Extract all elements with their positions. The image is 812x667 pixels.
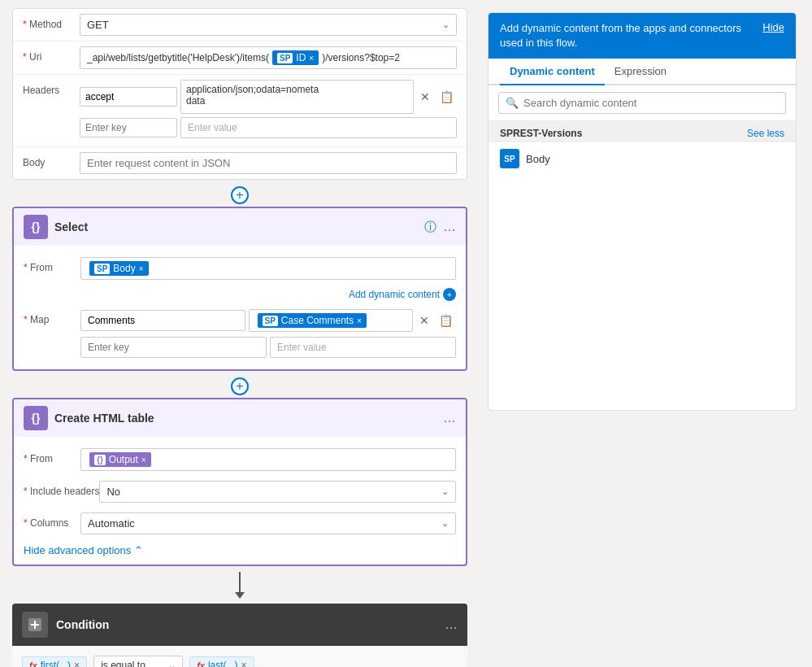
- condition-menu-button[interactable]: …: [445, 617, 458, 632]
- tab-dynamic-content[interactable]: Dynamic content: [500, 59, 605, 85]
- header-value-placeholder[interactable]: Enter value: [180, 117, 457, 138]
- header-placeholder-row: Enter value: [80, 117, 457, 138]
- connector-2: +: [12, 375, 467, 398]
- create-html-body: * From {} Output × * In: [14, 437, 466, 565]
- add-dynamic-icon: +: [443, 288, 456, 301]
- select-card: {} Select ⓘ … * From SP Body ×: [12, 207, 467, 371]
- create-html-from-label: * From: [24, 448, 80, 464]
- fx-chip-first[interactable]: fx first(...) ×: [22, 656, 87, 667]
- header-value-box[interactable]: application/json;odata=nometadata: [180, 80, 414, 114]
- body-row: Body: [13, 147, 467, 179]
- panel-section-header: SPREST-Versions See less: [489, 121, 796, 142]
- fx-icon-last: fx: [197, 660, 205, 667]
- search-box: 🔍: [498, 92, 786, 114]
- condition-gate-svg: [27, 617, 43, 633]
- panel-header: Add dynamic content from the apps and co…: [489, 13, 796, 59]
- uri-label: * Uri: [23, 46, 80, 63]
- hide-advanced-link[interactable]: Hide advanced options ⌃: [24, 539, 456, 558]
- condition-icon: [22, 612, 48, 638]
- arrow-head: [235, 592, 245, 599]
- uri-row: * Uri _api/web/lists/getbytitle('HelpDes…: [13, 41, 467, 75]
- select-card-body: * From SP Body × Add dynamic content +: [14, 246, 466, 369]
- map-value-chip-icon: SP: [263, 316, 278, 326]
- create-html-output-chip[interactable]: {} Output ×: [89, 452, 151, 467]
- body-label: Body: [23, 152, 80, 168]
- fx-chip-last-close-icon[interactable]: ×: [241, 660, 247, 667]
- fx-chip-last[interactable]: fx last(...) ×: [189, 656, 254, 667]
- uri-input[interactable]: _api/web/lists/getbytitle('HelpDesk')/it…: [80, 46, 457, 69]
- tab-expression[interactable]: Expression: [605, 59, 676, 85]
- map-value-placeholder-box[interactable]: Enter value: [270, 337, 456, 358]
- method-row: * Method GET ⌄: [13, 9, 467, 41]
- select-body-chip[interactable]: SP Body ×: [89, 261, 149, 276]
- search-icon: 🔍: [506, 97, 519, 109]
- create-html-include-headers-label: * Include headers: [24, 481, 99, 497]
- include-headers-select[interactable]: No ⌄: [99, 481, 456, 503]
- see-less-button[interactable]: See less: [747, 128, 784, 139]
- panel-header-text: Add dynamic content from the apps and co…: [500, 21, 756, 50]
- method-chevron-icon: ⌄: [442, 20, 449, 30]
- map-delete-icon[interactable]: ✕: [416, 312, 432, 329]
- header-copy-icon[interactable]: 📋: [436, 89, 457, 105]
- add-step-2-button[interactable]: +: [231, 377, 249, 395]
- panel-search-area: 🔍: [489, 85, 796, 121]
- create-html-headers-row: * Include headers No ⌄: [24, 476, 456, 508]
- required-star: *: [23, 19, 29, 30]
- header-delete-icon[interactable]: ✕: [417, 89, 433, 105]
- uri-chip-close-icon[interactable]: ×: [309, 54, 314, 63]
- select-body-chip-close-icon[interactable]: ×: [139, 264, 144, 273]
- connector-1: +: [12, 184, 467, 207]
- select-from-input[interactable]: SP Body ×: [80, 257, 456, 280]
- fx-chip-first-close-icon[interactable]: ×: [74, 660, 80, 667]
- headers-label: Headers: [23, 80, 80, 96]
- panel-hide-button[interactable]: Hide: [762, 21, 784, 33]
- uri-id-chip[interactable]: SP ID ×: [272, 50, 319, 65]
- panel-body-item[interactable]: SP Body: [489, 142, 796, 175]
- condition-body: fx first(...) × is equal to ⌄ fx last(..…: [12, 646, 467, 667]
- fx-icon-first: fx: [29, 660, 37, 667]
- select-from-row: * From SP Body ×: [24, 252, 456, 285]
- panel-section-title: SPREST-Versions: [500, 128, 582, 139]
- map-value-box[interactable]: SP Case Comments ×: [249, 309, 414, 332]
- columns-select[interactable]: Automatic ⌄: [80, 512, 456, 534]
- select-body-chip-icon: SP: [94, 264, 110, 274]
- select-action-icon: {}: [24, 215, 48, 239]
- condition-card: Condition … fx first(...) × is equal to …: [12, 604, 467, 667]
- map-value-chip-close-icon[interactable]: ×: [357, 316, 362, 325]
- hide-advanced-chevron-icon: ⌃: [134, 544, 143, 556]
- map-value-chip[interactable]: SP Case Comments ×: [258, 313, 367, 328]
- select-info-button[interactable]: ⓘ: [424, 220, 436, 235]
- create-html-card: {} Create HTML table … * From {} Output: [12, 398, 467, 566]
- body-input[interactable]: [80, 152, 457, 174]
- select-menu-button[interactable]: …: [443, 220, 456, 234]
- map-entry-row: SP Case Comments × ✕ 📋: [80, 309, 456, 332]
- add-step-1-button[interactable]: +: [231, 186, 249, 204]
- select-map-row: * Map SP Case Comments ×: [24, 304, 456, 363]
- map-key-placeholder[interactable]: [80, 337, 267, 358]
- header-entry: application/json;odata=nometadata ✕ 📋: [80, 80, 457, 114]
- header-key-input[interactable]: [80, 87, 177, 107]
- select-card-header: {} Select ⓘ …: [14, 208, 466, 246]
- search-input[interactable]: [523, 97, 779, 109]
- dynamic-content-panel: Add dynamic content from the apps and co…: [488, 12, 797, 411]
- headers-area: application/json;odata=nometadata ✕ 📋 En…: [80, 80, 457, 142]
- condition-header: Condition …: [12, 604, 467, 646]
- map-key-input[interactable]: [80, 310, 245, 331]
- add-dynamic-content-link[interactable]: Add dynamic content +: [24, 288, 456, 301]
- map-copy-icon[interactable]: 📋: [436, 312, 456, 329]
- headers-row: Headers application/json;odata=nometadat…: [13, 75, 467, 147]
- create-html-title: Create HTML table: [54, 412, 436, 425]
- panel-tabs: Dynamic content Expression: [489, 59, 796, 85]
- create-html-menu-button[interactable]: …: [443, 411, 456, 425]
- condition-row: fx first(...) × is equal to ⌄ fx last(..…: [22, 656, 458, 667]
- columns-chevron-icon: ⌄: [441, 518, 449, 529]
- create-html-icon: {}: [24, 406, 48, 430]
- is-equal-to-dropdown[interactable]: is equal to ⌄: [93, 656, 183, 667]
- create-html-from-input[interactable]: {} Output ×: [80, 448, 456, 471]
- method-select[interactable]: GET ⌄: [80, 14, 457, 36]
- header-key-placeholder-input[interactable]: [80, 118, 177, 137]
- create-html-from-row: * From {} Output ×: [24, 443, 456, 476]
- create-html-chip-close-icon[interactable]: ×: [141, 456, 146, 464]
- select-title: Select: [54, 220, 418, 233]
- condition-title: Condition: [56, 618, 436, 631]
